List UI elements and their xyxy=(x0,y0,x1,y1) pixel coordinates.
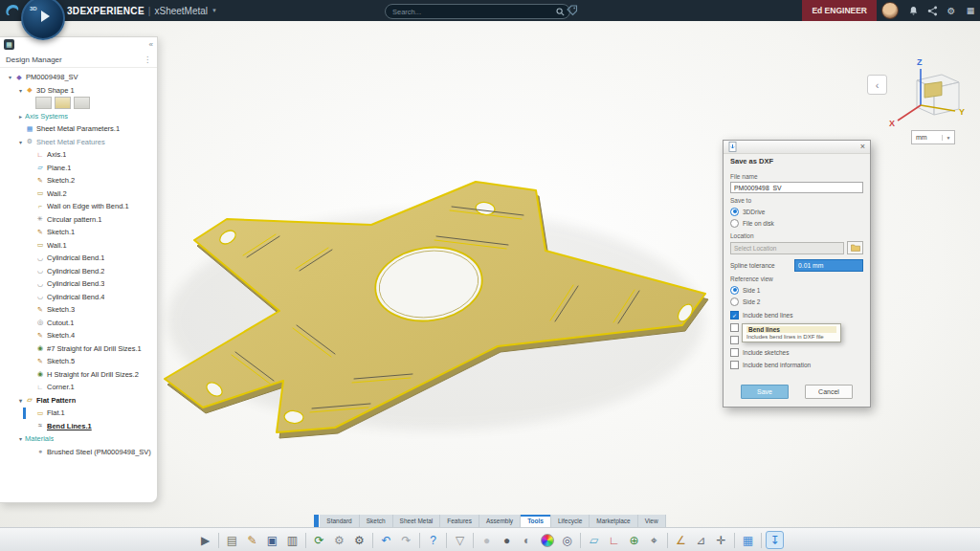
compass-play-icon[interactable] xyxy=(41,11,50,22)
tree-item-sketch-4[interactable]: ✎Sketch.4 xyxy=(0,329,157,342)
tree-item-sketch-3[interactable]: ✎Sketch.3 xyxy=(0,303,157,317)
grid-tool-icon[interactable]: ▦ xyxy=(739,531,757,549)
shape-thumbnail[interactable] xyxy=(55,97,71,109)
spline-tolerance-input[interactable] xyxy=(794,259,863,272)
tree-item-sketch-5[interactable]: ✎Sketch.5 xyxy=(0,355,157,368)
tree-item-sheet-metal-parameters-1[interactable]: ▦Sheet Metal Parameters.1 xyxy=(0,122,157,136)
tree-item-cylindrical-bend-1[interactable]: ◡Cylindrical Bend.1 xyxy=(0,252,157,265)
tree-item-bend-lines-1[interactable]: ≈Bend Lines.1 xyxy=(0,420,157,433)
tree-item-sketch-1[interactable]: ✎Sketch.1 xyxy=(0,226,157,239)
undo-tool-icon[interactable]: ↶ xyxy=(377,531,395,549)
axis-y-label[interactable]: Y xyxy=(959,107,965,117)
tree-item-cylindrical-bend-3[interactable]: ◡Cylindrical Bend.3 xyxy=(0,277,157,291)
browse-folder-button[interactable] xyxy=(847,241,863,254)
tab-sheet-metal[interactable]: Sheet Metal xyxy=(393,515,441,527)
settings-tool-icon[interactable]: ⚙ xyxy=(350,531,368,549)
edit-part-tool-icon[interactable]: ✎ xyxy=(243,531,261,549)
tab-lifecycle[interactable]: Lifecycle xyxy=(551,515,590,527)
tree-item-3d-shape-1[interactable]: ▾◆3D Shape 1 xyxy=(0,84,157,98)
panel-collapse-icon[interactable]: « xyxy=(149,40,153,49)
axis-z-label[interactable]: Z xyxy=(917,57,923,67)
tree-item-thumbnails[interactable] xyxy=(0,97,157,110)
color-wheel-tool-icon[interactable] xyxy=(538,531,556,549)
tree-item-axis-systems[interactable]: ▸Axis Systems xyxy=(0,110,157,123)
tab-sketch[interactable]: Sketch xyxy=(360,515,393,527)
render-style-tool-icon[interactable]: ◎ xyxy=(558,531,576,549)
tools-wrench-icon[interactable]: ⚙ xyxy=(942,0,961,21)
tree-item-circular-pattern-1[interactable]: ✳Circular pattern.1 xyxy=(0,213,157,227)
axes-tool-icon[interactable]: ∟ xyxy=(605,531,623,549)
tree-item-7-straight-for-all-drill-sizes-1[interactable]: ◉#7 Straight for All Drill Sizes.1 xyxy=(0,342,157,356)
update-settings-tool-icon[interactable]: ⚙ xyxy=(330,531,348,549)
shape-thumbnail[interactable] xyxy=(74,97,90,109)
apps-grid-icon[interactable]: ▦ xyxy=(961,0,980,21)
tab-features[interactable]: Features xyxy=(440,515,479,527)
user-name[interactable]: Ed ENGINEER xyxy=(802,0,877,21)
tree-item-materials[interactable]: ▾Materials xyxy=(0,432,157,446)
tree-item-brushed-steel-pm0009498-sv[interactable]: ●Brushed Steel (PM0009498_SV) xyxy=(0,446,157,459)
tree-item-sheet-metal-features[interactable]: ▾⚙Sheet Metal Features xyxy=(0,136,157,149)
tree-item-cylindrical-bend-2[interactable]: ◡Cylindrical Bend.2 xyxy=(0,265,157,278)
units-caret-icon[interactable]: ▼ xyxy=(942,135,954,141)
tree-expand-arrow-icon[interactable]: ▾ xyxy=(16,139,25,145)
tree-item-plane-1[interactable]: ▱Plane.1 xyxy=(0,162,157,175)
checkbox-include-bend-information[interactable]: Include bend information xyxy=(730,359,863,371)
tree-item-axis-1[interactable]: ∟Axis.1 xyxy=(0,148,157,162)
radio-save-to-3ddrive[interactable]: 3DDrive xyxy=(730,206,863,217)
checkbox-include-sketches[interactable]: Include sketches xyxy=(730,346,863,359)
transform-tool-icon[interactable]: ✛ xyxy=(712,531,730,549)
tree-item-sketch-2[interactable]: ✎Sketch.2 xyxy=(0,174,157,187)
print-tool-icon[interactable]: ▥ xyxy=(283,531,301,549)
tree-expand-arrow-icon[interactable]: ▾ xyxy=(16,87,25,94)
shape-thumbnail[interactable] xyxy=(35,97,52,109)
cancel-button[interactable]: Cancel xyxy=(805,385,853,399)
tree-item-cutout-1[interactable]: ◎Cutout.1 xyxy=(0,317,157,330)
tree-expand-arrow-icon[interactable]: ▾ xyxy=(16,435,25,442)
help-tool-icon[interactable]: ? xyxy=(424,531,442,549)
tree-item-flat-1[interactable]: ▭Flat.1 xyxy=(0,407,157,420)
search-bar[interactable] xyxy=(385,4,570,19)
app-name[interactable]: xSheetMetal xyxy=(154,6,208,16)
tab-view[interactable]: View xyxy=(638,515,666,527)
tree-item-wall-1[interactable]: ▭Wall.1 xyxy=(0,239,157,253)
material-dark-tool-icon[interactable]: ● xyxy=(498,531,516,549)
tree-item-h-straight-for-all-drill-sizes-2[interactable]: ◉H Straight for All Drill Sizes.2 xyxy=(0,368,157,382)
save-button[interactable]: Save xyxy=(741,385,789,399)
file-name-input[interactable] xyxy=(730,182,863,193)
search-input[interactable] xyxy=(390,7,556,17)
tree-expand-arrow-icon[interactable]: ▾ xyxy=(6,74,14,80)
dxf-export-tool-icon[interactable]: ↧ xyxy=(766,531,784,549)
tree-item-pm0009498-sv[interactable]: ▾◆PM0009498_SV xyxy=(0,71,157,84)
view-cube[interactable]: Z X Y xyxy=(884,46,972,134)
tree-expand-arrow-icon[interactable]: ▾ xyxy=(16,397,25,404)
tab-standard[interactable]: Standard xyxy=(320,515,359,527)
radio-save-to-file-on-disk[interactable]: File on disk xyxy=(730,217,863,229)
tab-strip-handle[interactable] xyxy=(314,515,319,527)
panel-options-kebab-icon[interactable]: ⋮ xyxy=(144,55,151,64)
angle-tool-icon[interactable]: ∠ xyxy=(672,531,690,549)
tab-tools[interactable]: Tools xyxy=(521,515,551,527)
tree-item-wall-2[interactable]: ▭Wall.2 xyxy=(0,187,157,201)
tree-item-wall-on-edge-with-bend-1[interactable]: ⌐Wall on Edge with Bend.1 xyxy=(0,200,157,213)
tree-item-corner-1[interactable]: ∟Corner.1 xyxy=(0,381,157,394)
shading-tool-icon[interactable]: ◐ xyxy=(518,531,536,549)
select-tool-icon[interactable]: ▶ xyxy=(196,531,214,549)
radio-reference-side-1[interactable]: Side 1 xyxy=(730,284,863,296)
panel-menu-icon[interactable]: ▦ xyxy=(4,39,14,50)
tab-marketplace[interactable]: Marketplace xyxy=(590,515,637,527)
share-icon[interactable] xyxy=(923,0,942,21)
tab-assembly[interactable]: Assembly xyxy=(479,515,521,527)
tag-icon[interactable] xyxy=(567,5,578,16)
insert-tool-icon[interactable]: ⊕ xyxy=(625,531,643,549)
tree-expand-arrow-icon[interactable]: ▸ xyxy=(16,113,25,120)
axis-x-label[interactable]: X xyxy=(889,119,895,128)
save-tool-icon[interactable]: ▣ xyxy=(263,531,281,549)
material-light-tool-icon[interactable]: ● xyxy=(478,531,496,549)
avatar[interactable] xyxy=(881,2,899,19)
units-dropdown[interactable]: mm ▼ xyxy=(911,130,955,144)
close-icon[interactable]: × xyxy=(860,143,865,151)
clipboard-tool-icon[interactable]: ▤ xyxy=(223,531,241,549)
filter-tool-icon[interactable]: ▽ xyxy=(451,531,469,549)
search-icon[interactable] xyxy=(556,8,565,16)
redo-tool-icon[interactable]: ↷ xyxy=(397,531,415,549)
